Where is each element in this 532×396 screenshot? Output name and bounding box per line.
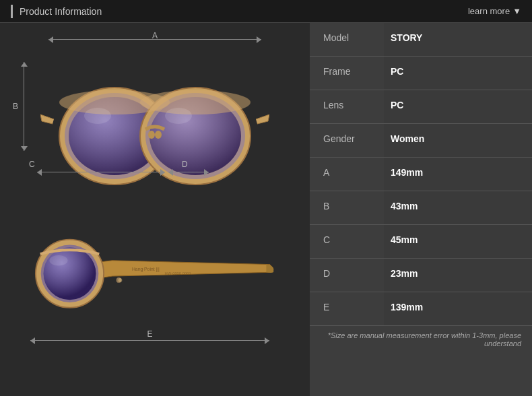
dimension-b-label: B — [13, 102, 18, 111]
svg-point-11 — [84, 108, 111, 124]
spec-value: Women — [384, 124, 532, 157]
spec-value: 139mm — [384, 292, 532, 325]
front-view-area: A B — [7, 30, 303, 211]
dimension-e-arrow: E — [30, 340, 269, 341]
measurement-note: *Size are manual measurement error withi… — [310, 326, 532, 353]
spec-value: PC — [384, 57, 532, 90]
spec-label: A — [310, 158, 384, 191]
spec-label: Lens — [310, 90, 384, 123]
svg-point-21 — [119, 278, 123, 282]
header: Product Information learn more ▼ — [0, 0, 532, 23]
dimension-a-arrow: A — [48, 39, 261, 40]
dimension-c-arrow: C — [37, 172, 165, 172]
specs-table: Model STORY Frame PC Lens PC Gender Wome… — [310, 23, 532, 326]
spec-value: 43mm — [384, 191, 532, 224]
table-row: Lens PC — [310, 90, 532, 124]
svg-point-8 — [140, 90, 251, 114]
table-row: D 23mm — [310, 259, 532, 292]
info-panel: Model STORY Frame PC Lens PC Gender Wome… — [310, 23, 532, 396]
table-row: B 43mm — [310, 191, 532, 225]
spec-label: C — [310, 225, 384, 258]
spec-label: B — [310, 191, 384, 224]
spec-label: E — [310, 292, 384, 325]
svg-text:HW-0000 0001: HW-0000 0001 — [165, 271, 191, 275]
svg-point-9 — [148, 131, 155, 139]
svg-point-12 — [165, 108, 192, 124]
table-row: Model STORY — [310, 23, 532, 57]
table-row: A 149mm — [310, 158, 532, 191]
image-panel: A B — [0, 23, 310, 396]
table-row: Frame PC — [310, 57, 532, 90]
spec-value: 149mm — [384, 158, 532, 191]
spec-label: Model — [310, 23, 384, 56]
page-title: Product Information — [20, 6, 102, 17]
dimension-c-label: C — [29, 160, 35, 169]
svg-point-17 — [49, 255, 67, 266]
glasses-front-image — [40, 62, 269, 197]
spec-value: 23mm — [384, 259, 532, 292]
dimension-d-arrow: D — [168, 172, 209, 172]
dropdown-icon: ▼ — [512, 6, 521, 16]
main-content: A B — [0, 23, 532, 396]
svg-point-16 — [44, 247, 96, 300]
svg-text:Hang·Point |||: Hang·Point ||| — [132, 267, 160, 272]
spec-value: PC — [384, 90, 532, 123]
spec-value: 45mm — [384, 225, 532, 258]
side-view-area: E — [7, 218, 303, 360]
spec-label: Frame — [310, 57, 384, 90]
spec-label: Gender — [310, 124, 384, 157]
svg-point-10 — [155, 131, 162, 139]
dimension-e-label: E — [147, 329, 152, 339]
dimension-a-label: A — [152, 31, 158, 40]
spec-value: STORY — [384, 23, 532, 56]
table-row: C 45mm — [310, 225, 532, 259]
header-title-area: Product Information — [11, 5, 102, 18]
spec-label: D — [310, 259, 384, 292]
learn-more-button[interactable]: learn more ▼ — [468, 6, 521, 16]
table-row: Gender Women — [310, 124, 532, 158]
dimension-d-label: D — [182, 160, 188, 169]
table-row: E 139mm — [310, 292, 532, 326]
learn-more-text: learn more — [468, 6, 510, 16]
dimension-b-arrow: B — [24, 62, 24, 151]
glasses-side-image: Hang·Point ||| HW-0000 0001 — [34, 225, 276, 333]
header-bar — [11, 5, 13, 18]
